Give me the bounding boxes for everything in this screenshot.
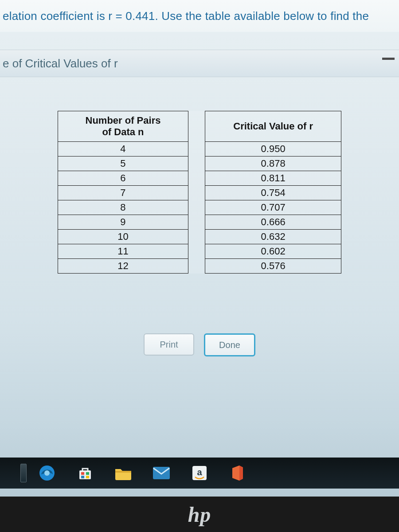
cell-cv: 0.811 xyxy=(205,171,341,186)
mail-icon[interactable] xyxy=(153,464,170,482)
cell-n: 5 xyxy=(58,156,188,171)
col-header-n-line2: of Data n xyxy=(61,126,185,138)
cell-n: 8 xyxy=(58,200,188,215)
cell-n: 4 xyxy=(58,142,188,156)
svg-rect-5 xyxy=(81,476,84,478)
cell-cv: 0.602 xyxy=(205,244,341,259)
svg-rect-3 xyxy=(81,472,84,475)
cell-n: 9 xyxy=(58,215,188,230)
button-row: Print Done xyxy=(0,333,399,356)
store-icon[interactable] xyxy=(76,464,94,482)
col-header-cv: Critical Value of r xyxy=(205,111,341,142)
cell-cv: 0.707 xyxy=(205,200,341,215)
laptop-bezel: hp xyxy=(0,497,399,532)
col-header-n-line1: Number of Pairs xyxy=(61,115,185,126)
cell-cv: 0.878 xyxy=(205,156,341,171)
cell-n: 11 xyxy=(58,244,188,259)
table-row: 40.950 xyxy=(58,142,341,156)
modal-header: e of Critical Values of r xyxy=(0,50,399,77)
cell-n: 7 xyxy=(58,186,188,200)
table-row: 90.666 xyxy=(58,215,341,230)
svg-rect-6 xyxy=(86,476,89,478)
svg-rect-7 xyxy=(115,471,131,473)
modal-title: e of Critical Values of r xyxy=(3,57,118,70)
cell-n: 6 xyxy=(58,171,188,186)
done-button[interactable]: Done xyxy=(204,333,255,356)
cell-n: 12 xyxy=(58,259,188,274)
cell-cv: 0.632 xyxy=(205,230,341,244)
taskview-icon[interactable] xyxy=(20,464,27,482)
cell-cv: 0.666 xyxy=(205,215,341,230)
table-row: 110.602 xyxy=(58,244,341,259)
table-row: 100.632 xyxy=(58,230,341,244)
table-row: 80.707 xyxy=(58,200,341,215)
question-text-bar: elation coefficient is r = 0.441. Use th… xyxy=(0,0,399,32)
table-row: 50.878 xyxy=(58,156,341,171)
table-row: 120.576 xyxy=(58,259,341,274)
hp-logo: hp xyxy=(188,502,211,527)
svg-rect-8 xyxy=(153,467,170,479)
cell-n: 10 xyxy=(58,230,188,244)
table-row: 70.754 xyxy=(58,186,341,200)
edge-icon[interactable] xyxy=(38,464,56,482)
print-button[interactable]: Print xyxy=(144,333,194,356)
svg-text:a: a xyxy=(197,467,202,477)
cell-cv: 0.576 xyxy=(205,259,341,274)
svg-rect-2 xyxy=(79,470,91,479)
amazon-icon[interactable]: a xyxy=(191,464,208,482)
svg-point-1 xyxy=(44,470,50,476)
question-text: elation coefficient is r = 0.441. Use th… xyxy=(3,9,369,23)
critical-values-table: Number of Pairs of Data n Critical Value… xyxy=(58,111,341,274)
svg-rect-4 xyxy=(86,472,89,475)
office-icon[interactable] xyxy=(229,464,246,482)
taskbar: a xyxy=(0,458,399,489)
table-row: 60.811 xyxy=(58,171,341,186)
cell-cv: 0.754 xyxy=(205,186,341,200)
minimize-icon[interactable] xyxy=(382,58,395,60)
file-explorer-icon[interactable] xyxy=(114,464,132,482)
cell-cv: 0.950 xyxy=(205,142,341,156)
